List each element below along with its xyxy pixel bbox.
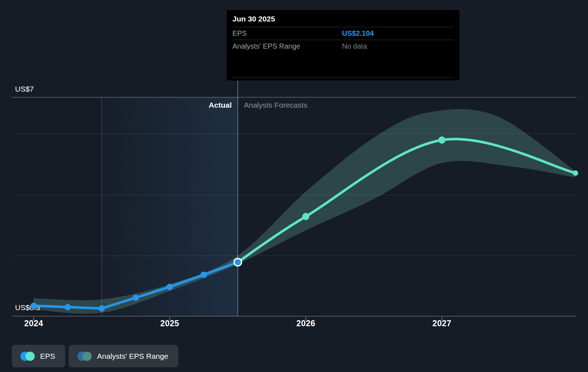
x-tick-label-2027: 2027	[432, 319, 451, 328]
legend-label-range: Analysts' EPS Range	[97, 352, 168, 361]
actual-period-highlight	[102, 97, 238, 316]
eps-selected-point[interactable]	[234, 258, 242, 266]
tooltip-range-label: Analysts' EPS Range	[232, 42, 342, 50]
tooltip-eps-value: US$2.104	[342, 29, 374, 38]
tooltip-bottom-divider	[232, 78, 454, 78]
range-legend-icon	[77, 352, 92, 361]
eps-actual-point[interactable]	[64, 304, 71, 310]
tooltip-range-row: Analysts' EPS Range No data	[232, 40, 454, 53]
tooltip-date: Jun 30 2025	[232, 15, 454, 27]
tooltip-eps-label: EPS	[232, 29, 342, 38]
eps-legend-icon	[20, 352, 35, 361]
section-label-actual: Actual	[209, 101, 232, 109]
eps-actual-point[interactable]	[201, 271, 207, 278]
x-tick-label-2026: 2026	[296, 319, 315, 328]
x-tick-label-2025: 2025	[160, 319, 179, 328]
eps-actual-point[interactable]	[98, 305, 105, 312]
legend-label-eps: EPS	[40, 352, 55, 361]
legend: EPS Analysts' EPS Range	[12, 345, 178, 367]
chart-tooltip: Jun 30 2025 EPS US$2.104 Analysts' EPS R…	[227, 10, 459, 80]
y-axis-max-label: US$7	[15, 85, 34, 93]
eps-forecast-point[interactable]	[302, 213, 309, 220]
eps-forecast-chart: US$7US$0.5 2024 2025 2026 2027 Actual An…	[0, 0, 588, 372]
eps-actual-point[interactable]	[132, 294, 139, 301]
tooltip-range-value: No data	[342, 42, 367, 50]
section-label-forecast: Analysts Forecasts	[244, 101, 307, 109]
tooltip-eps-row: EPS US$2.104	[232, 27, 454, 40]
x-axis-ticks	[34, 317, 442, 320]
legend-item-range[interactable]: Analysts' EPS Range	[69, 345, 178, 367]
legend-item-eps[interactable]: EPS	[12, 345, 65, 367]
eps-forecast-end-marker	[573, 170, 578, 176]
eps-actual-point[interactable]	[30, 303, 37, 309]
x-tick-label-2024: 2024	[24, 319, 43, 328]
eps-forecast-point[interactable]	[438, 137, 445, 144]
eps-actual-point[interactable]	[167, 284, 173, 290]
